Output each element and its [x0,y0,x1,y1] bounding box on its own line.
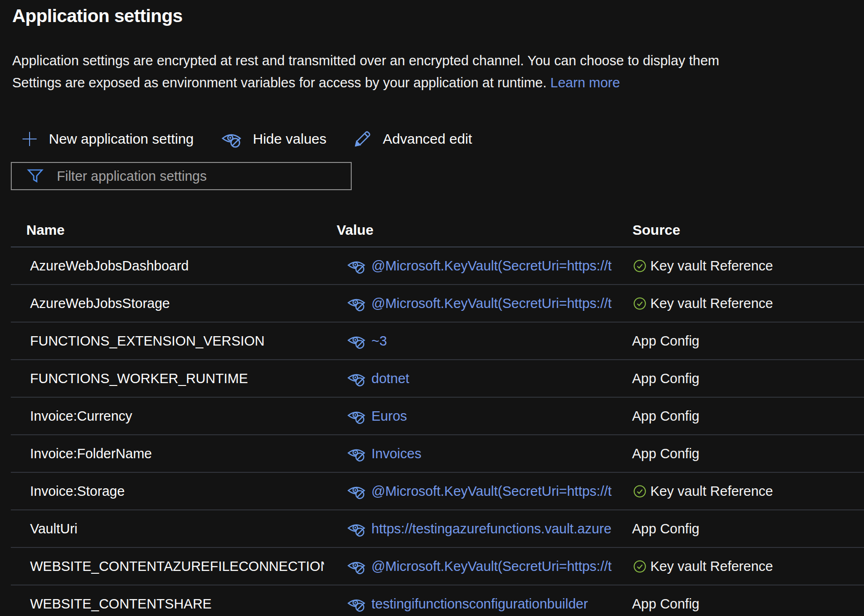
plus-icon [21,130,39,148]
application-settings-page: Application settings Application setting… [0,0,864,616]
description-line-2-text: Settings are exposed as environment vari… [12,75,547,90]
source-label: Key vault Reference [650,484,773,499]
column-header-source: Source [620,222,864,238]
eye-hidden-icon[interactable] [346,331,367,350]
eye-hidden-icon[interactable] [346,482,367,500]
eye-hidden-icon[interactable] [346,256,367,275]
table-row: Invoice:Currency Euros App Config [11,398,864,435]
setting-source-cell: Key vault Reference [620,559,864,574]
eye-hidden-icon[interactable] [346,369,367,388]
table-row: AzureWebJobsStorage @Microsoft.KeyVault(… [11,285,864,323]
setting-name: VaultUri [11,521,324,537]
eye-hidden-icon[interactable] [346,407,367,425]
setting-name: Invoice:Storage [11,484,324,499]
table-row: VaultUri https://testingazurefunctions.v… [11,510,864,548]
source-label: Key vault Reference [650,559,773,574]
setting-value-link[interactable]: @Microsoft.KeyVault(SecretUri=https://t [371,296,612,311]
setting-value-link[interactable]: ~3 [371,333,387,349]
source-label: App Config [632,521,700,537]
column-header-name: Name [11,222,324,238]
setting-name: WEBSITE_CONTENTAZUREFILECONNECTIONST [11,559,324,574]
filter-icon [26,167,45,185]
setting-value-link[interactable]: @Microsoft.KeyVault(SecretUri=https://t [371,559,612,574]
setting-name: WEBSITE_CONTENTSHARE [11,596,324,612]
settings-table-header: Name Value Source [11,214,864,247]
description-line-1: Application settings are encrypted at re… [12,50,864,72]
setting-source-cell: Key vault Reference [620,258,864,274]
new-application-setting-label: New application setting [49,131,194,147]
eye-hidden-icon[interactable] [346,294,367,313]
setting-name: FUNCTIONS_EXTENSION_VERSION [11,333,324,349]
setting-value-link[interactable]: testingifunctionsconfigurationbuilder [371,596,588,612]
setting-value-cell: testingifunctionsconfigurationbuilder [324,594,620,613]
setting-source-cell: App Config [620,446,864,462]
setting-source-cell: App Config [620,596,864,612]
setting-value-cell: @Microsoft.KeyVault(SecretUri=https://t [324,294,620,313]
table-row: Invoice:FolderName Invoices App Config [11,435,864,473]
setting-value-link[interactable]: dotnet [371,371,409,386]
filter-box [11,162,352,190]
new-application-setting-button[interactable]: New application setting [21,130,194,148]
setting-value-cell: https://testingazurefunctions.vault.azur… [324,519,620,538]
setting-source-cell: App Config [620,333,864,349]
source-label: App Config [632,333,700,349]
hide-values-button[interactable]: Hide values [220,129,327,149]
eye-hidden-icon[interactable] [346,557,367,576]
column-header-value: Value [324,222,620,238]
setting-source-cell: Key vault Reference [620,484,864,499]
table-row: WEBSITE_CONTENTSHARE testingifunctionsco… [11,585,864,616]
source-label: App Config [632,408,700,424]
eye-hidden-icon[interactable] [346,594,367,613]
setting-value-link[interactable]: https://testingazurefunctions.vault.azur… [371,521,611,537]
page-title: Application settings [12,6,183,26]
keyvault-check-icon [632,296,648,311]
source-label: App Config [632,596,700,612]
page-description: Application settings are encrypted at re… [12,50,864,94]
setting-value-cell: Euros [324,407,620,425]
setting-value-cell: @Microsoft.KeyVault(SecretUri=https://t [324,482,620,500]
filter-input[interactable] [57,169,348,184]
setting-value-link[interactable]: Invoices [371,446,421,462]
setting-name: Invoice:FolderName [11,446,324,462]
setting-value-cell: ~3 [324,331,620,350]
settings-table: Name Value Source AzureWebJobsDashboard … [11,214,864,616]
source-label: Key vault Reference [650,296,773,311]
setting-value-link[interactable]: @Microsoft.KeyVault(SecretUri=https://t [371,484,612,499]
source-label: Key vault Reference [650,258,773,274]
setting-source-cell: App Config [620,521,864,537]
pencil-icon [353,129,372,149]
table-row: FUNCTIONS_EXTENSION_VERSION ~3 App Confi… [11,323,864,360]
setting-name: FUNCTIONS_WORKER_RUNTIME [11,371,324,386]
setting-name: AzureWebJobsDashboard [11,258,324,274]
hide-values-label: Hide values [253,131,327,147]
advanced-edit-label: Advanced edit [383,131,472,147]
table-row: Invoice:Storage @Microsoft.KeyVault(Secr… [11,473,864,510]
setting-value-cell: @Microsoft.KeyVault(SecretUri=https://t [324,557,620,576]
setting-value-cell: @Microsoft.KeyVault(SecretUri=https://t [324,256,620,275]
setting-name: Invoice:Currency [11,408,324,424]
table-row: WEBSITE_CONTENTAZUREFILECONNECTIONST @Mi… [11,548,864,585]
table-row: AzureWebJobsDashboard @Microsoft.KeyVaul… [11,247,864,285]
source-label: App Config [632,446,700,462]
setting-source-cell: Key vault Reference [620,296,864,311]
learn-more-link[interactable]: Learn more [550,75,620,90]
toolbar: New application setting Hide values [21,126,472,152]
settings-table-body: AzureWebJobsDashboard @Microsoft.KeyVaul… [11,247,864,616]
setting-name: AzureWebJobsStorage [11,296,324,311]
setting-value-cell: Invoices [324,444,620,463]
setting-source-cell: App Config [620,408,864,424]
setting-value-link[interactable]: Euros [371,408,407,424]
eye-hidden-icon [220,129,243,149]
setting-value-cell: dotnet [324,369,620,388]
keyvault-check-icon [632,484,648,499]
source-label: App Config [632,371,700,386]
eye-hidden-icon[interactable] [346,444,367,463]
advanced-edit-button[interactable]: Advanced edit [353,129,472,149]
description-line-2: Settings are exposed as environment vari… [12,72,864,94]
keyvault-check-icon [632,559,648,574]
eye-hidden-icon[interactable] [346,519,367,538]
setting-source-cell: App Config [620,371,864,386]
table-row: FUNCTIONS_WORKER_RUNTIME dotnet App Conf… [11,360,864,398]
keyvault-check-icon [632,258,648,274]
setting-value-link[interactable]: @Microsoft.KeyVault(SecretUri=https://t [371,258,612,274]
